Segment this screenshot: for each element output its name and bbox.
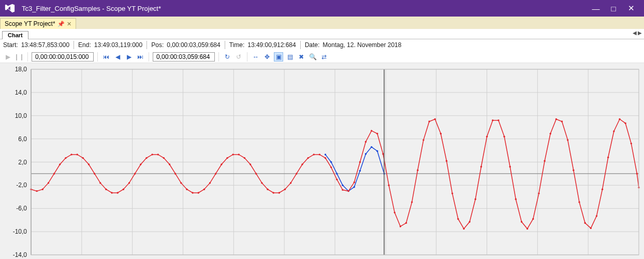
zoom-y-button[interactable]: ▤ bbox=[285, 52, 295, 62]
start-value: 13:48:57,853:000 bbox=[21, 41, 69, 49]
svg-point-97 bbox=[342, 189, 343, 191]
clear-tool-button[interactable]: ✖ bbox=[297, 52, 306, 62]
svg-point-79 bbox=[238, 154, 240, 155]
pan-xy-button[interactable]: ✥ bbox=[262, 52, 272, 62]
svg-text:-10,0: -10,0 bbox=[13, 228, 27, 235]
svg-point-89 bbox=[296, 173, 297, 174]
svg-text:18,0: 18,0 bbox=[15, 66, 27, 73]
first-button[interactable]: ⏮ bbox=[101, 52, 111, 62]
svg-point-140 bbox=[590, 227, 592, 229]
svg-point-34 bbox=[336, 173, 338, 174]
svg-point-144 bbox=[613, 130, 614, 132]
svg-point-129 bbox=[526, 228, 528, 230]
svg-point-33 bbox=[330, 161, 332, 163]
svg-point-145 bbox=[619, 118, 620, 120]
svg-point-130 bbox=[532, 218, 534, 220]
titlebar: Tc3_Filter_ConfigSamples - Scope YT Proj… bbox=[0, 0, 644, 17]
svg-point-133 bbox=[550, 133, 551, 134]
svg-point-41 bbox=[376, 150, 378, 151]
svg-point-44 bbox=[36, 190, 37, 192]
refresh-button[interactable]: ↻ bbox=[223, 52, 232, 62]
chart-tab-label: Chart bbox=[8, 32, 23, 38]
zoom-max-button[interactable]: 🔍 bbox=[308, 52, 317, 62]
svg-point-146 bbox=[624, 123, 626, 124]
svg-point-122 bbox=[486, 135, 488, 137]
info-bar: Start: 13:48:57,853:000 End: 13:49:03,11… bbox=[0, 39, 644, 51]
svg-point-74 bbox=[209, 182, 211, 184]
svg-point-125 bbox=[503, 135, 505, 137]
prev-button[interactable]: ◀ bbox=[113, 52, 122, 62]
svg-point-87 bbox=[284, 189, 286, 190]
scroll-right-icon[interactable]: ▶ bbox=[638, 30, 642, 36]
svg-point-112 bbox=[428, 120, 430, 122]
svg-text:14,0: 14,0 bbox=[15, 89, 27, 96]
svg-point-71 bbox=[192, 192, 193, 193]
svg-point-110 bbox=[417, 170, 418, 171]
svg-point-58 bbox=[117, 192, 119, 193]
svg-point-40 bbox=[371, 146, 372, 148]
svg-point-147 bbox=[631, 143, 632, 144]
svg-point-90 bbox=[301, 163, 303, 165]
scroll-left-icon[interactable]: ◀ bbox=[633, 30, 637, 36]
chart-canvas: -14,0-10,0-6,0-2,02,06,010,014,018,0 bbox=[0, 63, 644, 259]
time-input-2[interactable]: 0,00:00:03,059:684 bbox=[153, 52, 215, 62]
svg-point-98 bbox=[347, 190, 349, 192]
svg-point-108 bbox=[405, 222, 407, 224]
pan-x-button[interactable]: ↔ bbox=[251, 52, 260, 62]
svg-point-51 bbox=[76, 154, 78, 155]
tab-scroll-arrows[interactable]: ◀ ▶ bbox=[633, 30, 642, 36]
svg-point-127 bbox=[515, 199, 517, 200]
svg-text:2,0: 2,0 bbox=[18, 159, 27, 166]
svg-point-131 bbox=[538, 192, 539, 194]
svg-text:-2,0: -2,0 bbox=[16, 181, 27, 189]
svg-point-72 bbox=[198, 192, 199, 193]
svg-text:-14,0: -14,0 bbox=[13, 251, 27, 258]
svg-point-38 bbox=[359, 170, 361, 172]
svg-point-64 bbox=[151, 154, 153, 155]
autoscale-button[interactable]: ⇄ bbox=[319, 52, 329, 62]
chart-toolbar: ▶ ❙❙ 0,00:00:00,015:000 ⏮ ◀ ▶ ⏭ 0,00:00:… bbox=[0, 51, 644, 63]
next-button[interactable]: ▶ bbox=[124, 52, 134, 62]
svg-point-137 bbox=[573, 170, 574, 171]
svg-point-101 bbox=[365, 141, 367, 143]
time-value: 13:49:00,912:684 bbox=[247, 41, 296, 49]
svg-point-104 bbox=[382, 153, 384, 155]
svg-point-48 bbox=[59, 163, 61, 165]
play-button[interactable]: ▶ bbox=[3, 52, 12, 62]
svg-point-46 bbox=[48, 182, 49, 184]
svg-point-92 bbox=[313, 154, 315, 155]
svg-point-105 bbox=[388, 185, 389, 186]
document-tab-strip: Scope YT Project* 📌 ✕ bbox=[0, 17, 644, 29]
date-value: Montag, 12. November 2018 bbox=[323, 41, 401, 49]
document-tab[interactable]: Scope YT Project* 📌 ✕ bbox=[0, 18, 76, 29]
maximize-button[interactable]: □ bbox=[605, 4, 622, 13]
svg-point-68 bbox=[174, 173, 176, 174]
svg-point-93 bbox=[319, 154, 320, 155]
svg-point-37 bbox=[354, 186, 355, 188]
svg-point-78 bbox=[232, 154, 233, 155]
chart-tab[interactable]: Chart bbox=[2, 31, 28, 39]
last-button[interactable]: ⏭ bbox=[136, 52, 145, 62]
svg-point-69 bbox=[180, 182, 182, 184]
svg-point-120 bbox=[475, 199, 476, 200]
pause-button[interactable]: ❙❙ bbox=[14, 52, 24, 62]
svg-point-123 bbox=[492, 119, 493, 121]
svg-point-54 bbox=[94, 173, 95, 174]
svg-point-35 bbox=[342, 185, 343, 186]
svg-point-66 bbox=[163, 157, 165, 159]
pin-icon[interactable]: 📌 bbox=[57, 21, 65, 27]
time-input-1[interactable]: 0,00:00:00,015:000 bbox=[32, 52, 94, 62]
svg-point-85 bbox=[272, 192, 274, 193]
document-tab-label: Scope YT Project* bbox=[5, 20, 55, 27]
close-button[interactable]: ✕ bbox=[622, 4, 640, 13]
zoom-rect-button[interactable]: ▣ bbox=[274, 52, 283, 62]
svg-point-107 bbox=[400, 225, 401, 227]
refresh-back-button[interactable]: ↺ bbox=[234, 52, 243, 62]
svg-point-76 bbox=[221, 163, 222, 165]
chart-area[interactable]: -14,0-10,0-6,0-2,02,06,010,014,018,0 bbox=[0, 63, 644, 259]
svg-point-121 bbox=[480, 166, 482, 167]
close-tab-icon[interactable]: ✕ bbox=[67, 21, 71, 27]
minimize-button[interactable]: ― bbox=[587, 4, 605, 13]
pos-value: 0,00:00:03,059:684 bbox=[167, 41, 220, 49]
svg-point-57 bbox=[111, 192, 112, 193]
